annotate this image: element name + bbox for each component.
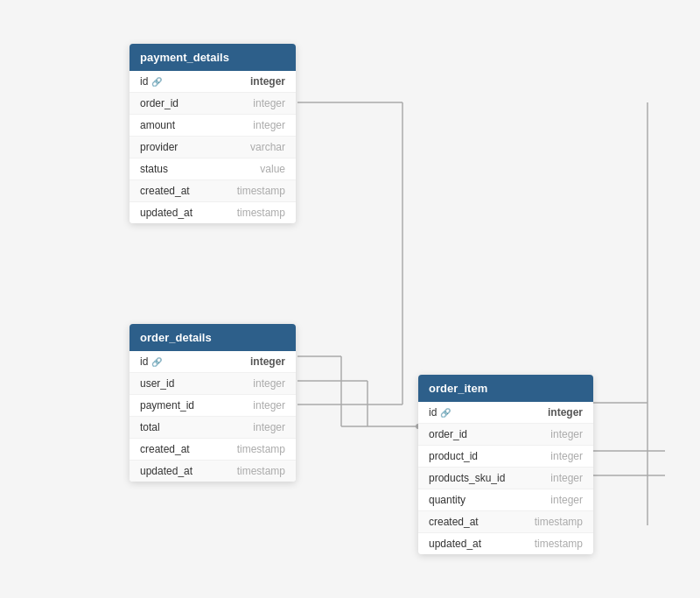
table-header-payment-details: payment_details (130, 44, 296, 71)
col-type: integer (550, 450, 583, 462)
col-type: timestamp (237, 207, 285, 219)
col-type: timestamp (237, 185, 285, 197)
key-icon: 🔗 (151, 77, 162, 87)
col-name: created_at (429, 516, 479, 528)
col-type: integer (253, 377, 285, 390)
col-name: id 🔗 (140, 75, 162, 88)
table-row: id 🔗 integer (130, 71, 296, 93)
table-row: amount integer (130, 115, 296, 137)
col-name: id 🔗 (140, 355, 162, 368)
table-row: products_sku_id integer (418, 468, 593, 489)
col-name: products_sku_id (429, 472, 505, 484)
col-name: created_at (140, 185, 190, 197)
col-name: provider (140, 141, 178, 153)
table-header-order-item: order_item (418, 375, 593, 402)
col-type: integer (253, 97, 285, 109)
col-name: product_id (429, 450, 478, 462)
connections-svg (0, 0, 700, 598)
key-icon: 🔗 (440, 408, 451, 418)
col-name: order_id (429, 428, 467, 440)
col-type: timestamp (535, 538, 583, 550)
table-row: id 🔗 integer (418, 402, 593, 424)
col-type: timestamp (237, 443, 285, 455)
col-name: total (140, 421, 160, 433)
table-row: product_id integer (418, 446, 593, 468)
col-name: payment_id (140, 399, 194, 412)
key-icon: 🔗 (151, 357, 162, 367)
table-row: order_id integer (418, 424, 593, 446)
table-row: order_id integer (130, 93, 296, 115)
table-row: updated_at timestamp (130, 202, 296, 223)
table-row: id 🔗 integer (130, 351, 296, 373)
col-name: user_id (140, 377, 174, 390)
col-name: status (140, 163, 168, 175)
table-row: created_at timestamp (130, 439, 296, 461)
col-type: timestamp (535, 516, 583, 528)
col-type: varchar (250, 141, 285, 153)
table-order-item: order_item id 🔗 integer order_id integer… (418, 375, 593, 554)
table-row: status value (130, 158, 296, 180)
col-type: timestamp (237, 465, 285, 477)
table-row: provider varchar (130, 137, 296, 158)
table-row: created_at timestamp (418, 511, 593, 533)
table-row: payment_id integer (130, 395, 296, 417)
col-type: integer (250, 75, 285, 88)
col-type: integer (548, 406, 583, 419)
table-row: total integer (130, 417, 296, 439)
table-body-order-details: id 🔗 integer user_id integer payment_id … (130, 351, 296, 482)
table-row: user_id integer (130, 373, 296, 395)
table-header-order-details: order_details (130, 324, 296, 351)
table-body-order-item: id 🔗 integer order_id integer product_id… (418, 402, 593, 554)
diagram-canvas: payment_details id 🔗 integer order_id in… (0, 0, 700, 598)
col-name: created_at (140, 443, 190, 455)
col-name: updated_at (429, 538, 481, 550)
col-type: integer (250, 355, 285, 368)
table-body-payment-details: id 🔗 integer order_id integer amount int… (130, 71, 296, 223)
col-name: amount (140, 119, 175, 131)
table-order-details: order_details id 🔗 integer user_id integ… (130, 324, 296, 482)
col-type: integer (253, 399, 285, 412)
col-name: quantity (429, 494, 466, 506)
col-name: order_id (140, 97, 178, 109)
col-type: integer (550, 494, 583, 506)
table-row: quantity integer (418, 489, 593, 511)
col-name: id 🔗 (429, 406, 451, 419)
table-row: created_at timestamp (130, 180, 296, 202)
col-type: integer (253, 421, 285, 433)
table-row: updated_at timestamp (418, 533, 593, 554)
col-name: updated_at (140, 207, 192, 219)
table-row: updated_at timestamp (130, 461, 296, 482)
col-type: integer (550, 428, 583, 440)
col-type: integer (253, 119, 285, 131)
col-type: integer (550, 472, 583, 484)
col-type: value (260, 163, 285, 175)
col-name: updated_at (140, 465, 192, 477)
table-payment-details: payment_details id 🔗 integer order_id in… (130, 44, 296, 223)
